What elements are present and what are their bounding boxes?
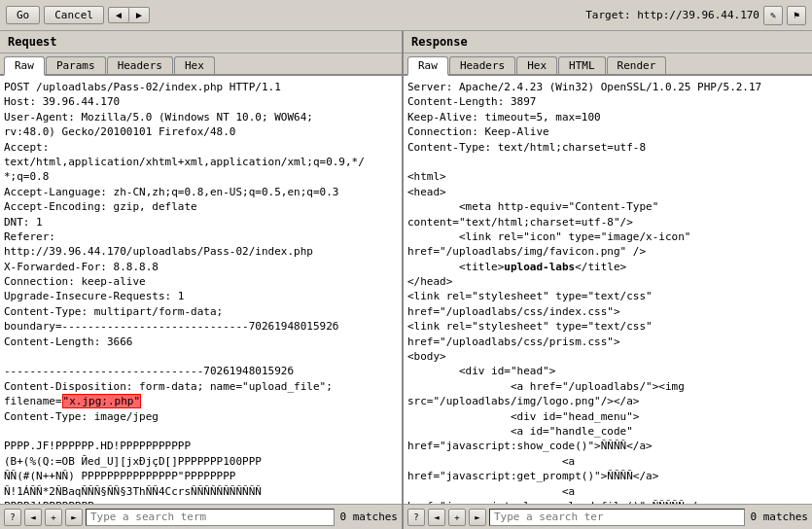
- request-tab-hex[interactable]: Hex: [174, 56, 215, 74]
- request-match-count: 0 matches: [339, 511, 398, 523]
- edit-target-button[interactable]: ✎: [763, 6, 783, 25]
- request-search-plus[interactable]: +: [45, 509, 62, 526]
- go-button[interactable]: Go: [6, 6, 40, 24]
- request-tab-headers[interactable]: Headers: [107, 56, 173, 74]
- nav-fwd-button[interactable]: ►: [129, 8, 149, 22]
- response-search-input[interactable]: [489, 509, 745, 526]
- response-panel: Response Raw Headers Hex HTML Render Ser…: [404, 31, 812, 529]
- request-search-bar: ? ◄ + ► 0 matches: [0, 504, 402, 529]
- response-content[interactable]: Server: Apache/2.4.23 (Win32) OpenSSL/1.…: [404, 76, 812, 504]
- response-tab-raw[interactable]: Raw: [407, 56, 448, 76]
- request-content[interactable]: POST /uploadlabs/Pass-02/index.php HTTP/…: [0, 76, 402, 504]
- request-tab-raw[interactable]: Raw: [4, 56, 45, 76]
- response-search-next[interactable]: ►: [469, 509, 486, 526]
- toolbar: Go Cancel ◄ ► Target: http://39.96.44.17…: [0, 0, 812, 31]
- request-section-header: Request: [0, 31, 402, 53]
- nav-back-button[interactable]: ◄: [109, 8, 129, 22]
- request-search-next[interactable]: ►: [65, 509, 83, 526]
- info-button[interactable]: ⚑: [787, 6, 806, 25]
- highlighted-filename: "x.jpg;.php": [62, 394, 141, 408]
- response-search-prev[interactable]: ◄: [428, 509, 445, 526]
- request-tab-bar: Raw Params Headers Hex: [0, 53, 402, 76]
- nav-group: ◄ ►: [108, 7, 150, 23]
- response-search-bar: ? ◄ + ► 0 matches: [404, 504, 812, 529]
- request-tab-params[interactable]: Params: [46, 56, 106, 74]
- response-tab-headers[interactable]: Headers: [449, 56, 515, 74]
- response-search-question[interactable]: ?: [407, 509, 425, 526]
- response-section-header: Response: [404, 31, 812, 53]
- request-search-prev[interactable]: ◄: [24, 509, 42, 526]
- request-search-input[interactable]: [86, 509, 335, 526]
- response-tab-hex[interactable]: Hex: [516, 56, 557, 74]
- response-match-count: 0 matches: [750, 511, 808, 523]
- target-label: Target: http://39.96.44.170: [585, 9, 759, 21]
- request-search-question[interactable]: ?: [4, 509, 21, 526]
- request-panel: Request Raw Params Headers Hex POST /upl…: [0, 31, 404, 529]
- panels: Request Raw Params Headers Hex POST /upl…: [0, 31, 812, 529]
- cancel-button[interactable]: Cancel: [44, 6, 104, 24]
- response-tab-render[interactable]: Render: [607, 56, 667, 74]
- response-tab-bar: Raw Headers Hex HTML Render: [404, 53, 812, 76]
- response-tab-html[interactable]: HTML: [558, 56, 606, 74]
- response-search-plus[interactable]: +: [448, 509, 466, 526]
